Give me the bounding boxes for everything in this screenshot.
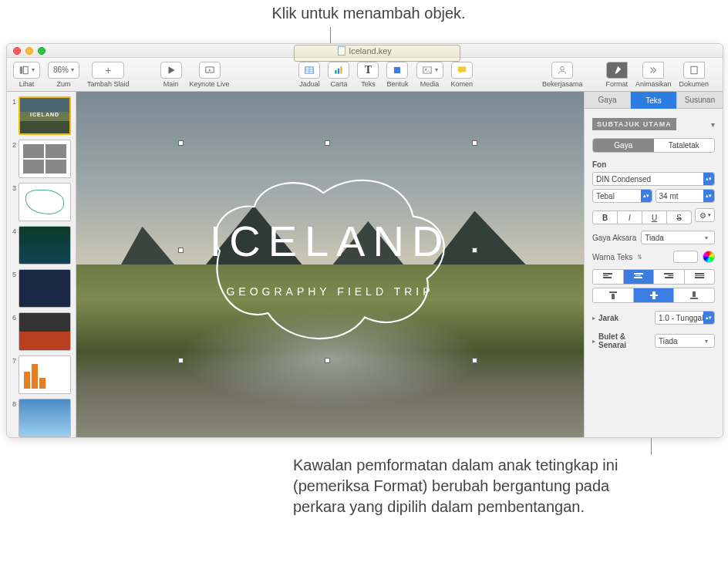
play-button[interactable]	[160, 62, 182, 79]
disclosure-triangle-icon[interactable]: ▸	[592, 315, 595, 322]
tab-style[interactable]: Gaya	[585, 92, 631, 109]
selection-handle[interactable]	[472, 358, 477, 363]
minimize-window-button[interactable]	[25, 47, 33, 55]
slide-number: 8	[10, 399, 16, 408]
slide-subtitle-text[interactable]: GEOGRAPHY FIELD TRIP	[76, 285, 584, 298]
selection-handle[interactable]	[325, 140, 330, 146]
nav-slide[interactable]: 4	[10, 226, 72, 264]
nav-slide[interactable]: 6	[10, 312, 72, 351]
italic-button[interactable]: I	[617, 211, 642, 224]
spacing-select[interactable]: 1.0 - Tunggal ▴▾	[655, 311, 715, 325]
spacing-row: ▸ Jarak 1.0 - Tunggal ▴▾	[592, 311, 715, 325]
color-picker-button[interactable]	[703, 251, 715, 263]
font-size-field[interactable]: 34 mt ▴▾	[656, 189, 716, 203]
slide-thumbnail[interactable]	[19, 399, 71, 437]
selection-handle[interactable]	[178, 140, 184, 146]
slide-thumbnail[interactable]	[19, 312, 71, 351]
slide-number: 5	[10, 269, 16, 278]
table-icon	[304, 65, 315, 76]
fullscreen-window-button[interactable]	[38, 47, 46, 55]
keynote-live-button[interactable]	[199, 62, 221, 79]
nav-slide[interactable]: 2	[10, 140, 72, 178]
slide-thumbnail[interactable]	[19, 226, 71, 264]
valign-bottom-button[interactable]	[673, 288, 715, 303]
bold-button[interactable]: B	[592, 211, 618, 224]
slide-thumbnail[interactable]	[19, 269, 71, 308]
document-icon	[689, 65, 699, 76]
selection-handle[interactable]	[178, 358, 184, 363]
nav-slide[interactable]: 8	[10, 399, 72, 437]
tab-arrange[interactable]: Susunan	[677, 92, 723, 109]
slide-thumbnail[interactable]	[19, 355, 71, 394]
zoom-button[interactable]: 86% ▾	[48, 62, 79, 79]
media-group: ▾ Media	[416, 62, 443, 88]
nav-slide[interactable]: 5	[10, 269, 72, 308]
play-icon	[166, 65, 177, 76]
subtab-style[interactable]: Gaya	[593, 139, 654, 152]
align-left-button[interactable]	[592, 269, 624, 285]
valign-top-button[interactable]	[592, 288, 634, 303]
chart-icon	[333, 65, 344, 76]
format-button[interactable]	[606, 62, 628, 79]
comment-button[interactable]	[451, 62, 473, 79]
nav-slide[interactable]: 1 ICELAND	[10, 96, 72, 135]
slide-number: 2	[10, 140, 16, 149]
svg-rect-16	[609, 291, 617, 293]
animate-group: Animasikan	[635, 62, 672, 88]
current-slide[interactable]: ICELAND GEOGRAPHY FIELD TRIP	[76, 92, 584, 437]
text-color-label: Warna Teks	[592, 253, 632, 261]
bullets-select[interactable]: Tiada ▾	[655, 334, 715, 348]
svg-rect-7	[335, 70, 337, 74]
disclosure-triangle-icon[interactable]: ▸	[592, 338, 595, 345]
chevron-down-icon[interactable]: ▾	[711, 120, 715, 129]
window-body: 1 ICELAND 2 3 4 5 6	[7, 92, 723, 437]
slide-number: 7	[10, 355, 16, 365]
annotation-top: Klik untuk menambah objek.	[168, 5, 569, 22]
thumb-title: ICELAND	[20, 112, 69, 117]
align-justify-button[interactable]	[684, 269, 716, 285]
text-color-well[interactable]	[673, 251, 698, 263]
selection-handle[interactable]	[325, 358, 330, 363]
media-button[interactable]: ▾	[416, 62, 443, 79]
selection-handle[interactable]	[472, 248, 477, 253]
updown-icon[interactable]: ⇅	[637, 254, 642, 261]
document-button[interactable]	[683, 62, 705, 79]
align-right-button[interactable]	[653, 269, 685, 285]
table-button[interactable]	[298, 62, 320, 79]
collaborate-button[interactable]	[551, 62, 573, 79]
svg-rect-17	[612, 294, 615, 299]
selection-handle[interactable]	[472, 140, 477, 146]
selection-handle[interactable]	[178, 248, 184, 253]
align-center-button[interactable]	[623, 269, 655, 285]
tab-text[interactable]: Teks	[631, 92, 677, 109]
nav-slide[interactable]: 7	[10, 355, 72, 394]
char-style-select[interactable]: Tiada ▾	[641, 231, 715, 244]
valign-middle-button[interactable]	[633, 288, 675, 303]
underline-button[interactable]: U	[642, 211, 667, 224]
slide-thumbnail[interactable]	[19, 183, 71, 221]
chevron-down-icon: ▾	[435, 66, 438, 73]
shape-button[interactable]	[386, 62, 408, 79]
close-window-button[interactable]	[13, 47, 21, 55]
svg-rect-9	[341, 66, 342, 73]
chart-button[interactable]	[328, 62, 349, 79]
slide-thumbnail[interactable]	[19, 140, 71, 178]
view-button[interactable]: ▾	[13, 62, 40, 79]
font-weight-select[interactable]: Tebal ▴▾	[592, 189, 652, 203]
shape-label: Bentuk	[386, 80, 408, 88]
advanced-options-button[interactable]: ⚙▾	[695, 208, 715, 222]
slide-thumbnail[interactable]: ICELAND	[19, 96, 71, 135]
view-group: ▾ Lihat	[13, 62, 40, 88]
font-family-select[interactable]: DIN Condensed ▴▾	[592, 172, 715, 186]
slide-canvas[interactable]: ICELAND GEOGRAPHY FIELD TRIP	[76, 92, 584, 437]
subtab-layout[interactable]: Tataletak	[654, 139, 715, 152]
slide-title-text[interactable]: ICELAND	[76, 216, 584, 266]
add-slide-button[interactable]: +	[92, 62, 124, 79]
strikethrough-button[interactable]: S	[666, 211, 692, 224]
paragraph-style-name[interactable]: SUBTAJUK UTAMA	[592, 118, 676, 130]
text-button[interactable]: T	[357, 62, 379, 79]
slide-navigator[interactable]: 1 ICELAND 2 3 4 5 6	[7, 92, 76, 437]
nav-slide[interactable]: 3	[10, 183, 72, 221]
animate-button[interactable]	[642, 62, 664, 79]
comment-label: Komen	[451, 80, 474, 88]
